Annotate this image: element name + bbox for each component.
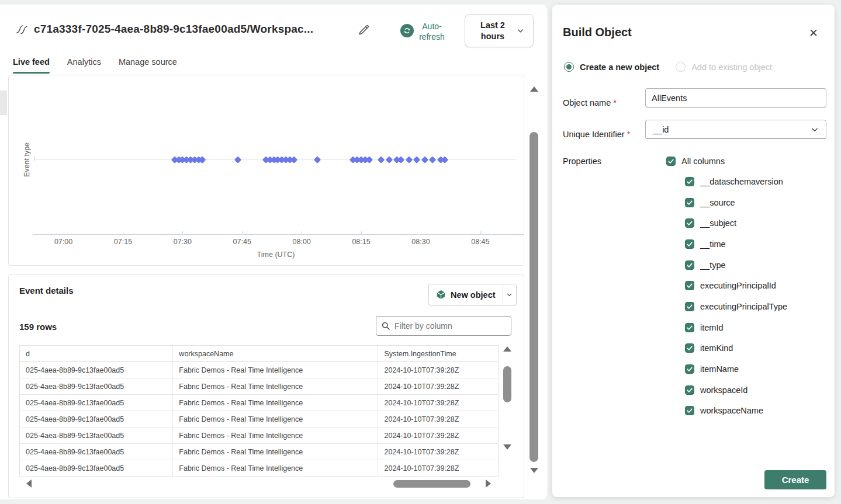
checkbox-checked-icon[interactable] xyxy=(685,281,694,290)
panel-title: Build Object xyxy=(563,26,632,39)
auto-refresh-toggle[interactable] xyxy=(400,24,414,37)
column-header[interactable]: System.IngestionTime xyxy=(378,346,498,362)
checkbox-checked-icon[interactable] xyxy=(685,385,694,395)
event-point[interactable] xyxy=(386,156,393,163)
tab-manage-source[interactable]: Manage source xyxy=(119,57,177,74)
refresh-icon xyxy=(403,26,411,35)
property-checkbox-row[interactable]: __subject xyxy=(685,213,787,234)
page-scroll-down-arrow[interactable] xyxy=(530,468,538,473)
table-cell: 025-4aea-8b89-9c13fae00ad5 xyxy=(20,362,173,378)
axis-tick xyxy=(242,231,243,234)
property-label: __time xyxy=(700,239,726,249)
event-point[interactable] xyxy=(397,156,404,163)
new-object-button[interactable]: New object xyxy=(429,284,503,305)
page-scrollbar-thumb[interactable] xyxy=(529,132,538,462)
property-checkbox-row[interactable]: executingPrincipalId xyxy=(685,275,787,296)
event-point[interactable] xyxy=(413,156,420,163)
property-list: __dataschemaversion__source__subject__ti… xyxy=(685,171,787,421)
column-header[interactable]: workspaceName xyxy=(173,346,378,362)
table-row[interactable]: 025-4aea-8b89-9c13fae00ad5Fabric Demos -… xyxy=(20,460,498,477)
event-point[interactable] xyxy=(378,156,385,163)
checkbox-checked-icon[interactable] xyxy=(666,157,676,166)
filter-input[interactable] xyxy=(394,321,506,331)
checkbox-checked-icon[interactable] xyxy=(685,260,694,270)
new-object-split-button[interactable]: New object xyxy=(428,284,517,305)
table-row[interactable]: 025-4aea-8b89-9c13fae00ad5Fabric Demos -… xyxy=(20,427,498,444)
new-object-menu-button[interactable] xyxy=(503,284,516,305)
eventstream-icon xyxy=(15,22,29,36)
table-row[interactable]: 025-4aea-8b89-9c13fae00ad5Fabric Demos -… xyxy=(20,362,498,378)
collapsed-pane-handle[interactable] xyxy=(0,91,7,115)
checkbox-checked-icon[interactable] xyxy=(685,323,694,332)
y-axis-label: Event type xyxy=(23,124,32,194)
page-scroll-up-arrow[interactable] xyxy=(530,86,538,92)
checkbox-checked-icon[interactable] xyxy=(685,198,694,207)
table-cell: 2024-10-10T07:39:28Z xyxy=(378,427,498,443)
checkbox-checked-icon[interactable] xyxy=(685,177,694,186)
table-cell: 025-4aea-8b89-9c13fae00ad5 xyxy=(20,378,173,394)
event-point[interactable] xyxy=(429,156,436,163)
time-range-dropdown[interactable]: Last 2 hours xyxy=(465,14,534,47)
radio-create-new-selected[interactable] xyxy=(564,62,574,72)
event-point[interactable] xyxy=(314,156,321,163)
unique-identifier-dropdown[interactable]: __id xyxy=(645,120,826,139)
axis-tick-label: 08:30 xyxy=(411,238,430,246)
tab-analytics[interactable]: Analytics xyxy=(67,57,101,74)
radio-add-existing-disabled[interactable] xyxy=(676,62,686,72)
property-checkbox-row[interactable]: __time xyxy=(685,234,787,255)
property-checkbox-row[interactable]: __type xyxy=(685,255,787,276)
table-cell: 2024-10-10T07:39:28Z xyxy=(378,411,498,427)
table-row[interactable]: 025-4aea-8b89-9c13fae00ad5Fabric Demos -… xyxy=(20,444,498,460)
column-header[interactable]: d xyxy=(20,346,173,362)
event-point[interactable] xyxy=(366,156,373,163)
checkbox-checked-icon[interactable] xyxy=(685,406,694,415)
radio-create-new-label[interactable]: Create a new object xyxy=(580,62,659,72)
checkbox-checked-icon[interactable] xyxy=(685,218,694,228)
table-cell: Fabric Demos - Real Time Intelligence xyxy=(173,362,378,378)
property-checkbox-row[interactable]: __source xyxy=(685,192,787,213)
chart-plot xyxy=(36,154,516,165)
property-checkbox-row[interactable]: __dataschemaversion xyxy=(685,171,787,192)
tab-live-feed[interactable]: Live feed xyxy=(13,57,50,74)
checkbox-checked-icon[interactable] xyxy=(685,302,694,311)
table-row[interactable]: 025-4aea-8b89-9c13fae00ad5Fabric Demos -… xyxy=(20,395,498,411)
table-scroll-down-arrow[interactable] xyxy=(503,444,511,450)
table-scroll-up-arrow[interactable] xyxy=(503,346,511,352)
event-point[interactable] xyxy=(234,156,241,163)
filter-search-box[interactable] xyxy=(376,316,511,336)
property-checkbox-row[interactable]: workspaceName xyxy=(685,401,787,422)
axis-tick-label: 08:15 xyxy=(352,238,370,246)
event-point[interactable] xyxy=(441,156,448,163)
event-table: d workspaceName System.IngestionTime 025… xyxy=(19,345,499,477)
table-row[interactable]: 025-4aea-8b89-9c13fae00ad5Fabric Demos -… xyxy=(20,411,498,427)
event-point[interactable] xyxy=(406,156,413,163)
object-name-input[interactable] xyxy=(645,88,826,107)
table-cell: 025-4aea-8b89-9c13fae00ad5 xyxy=(20,427,173,443)
axis-tick-label: 08:00 xyxy=(293,238,311,246)
property-checkbox-row[interactable]: itemId xyxy=(685,317,787,338)
build-object-panel: Build Object ✕ Create a new object Add t… xyxy=(552,5,835,497)
auto-refresh-label: Auto-refresh xyxy=(413,21,451,42)
property-checkbox-row[interactable]: executingPrincipalType xyxy=(685,296,787,317)
checkbox-checked-icon[interactable] xyxy=(685,364,694,374)
table-vertical-scrollbar-thumb[interactable] xyxy=(503,366,511,402)
x-axis-line xyxy=(33,234,524,235)
pencil-icon xyxy=(358,23,371,36)
required-asterisk: * xyxy=(613,98,617,107)
table-row[interactable]: 025-4aea-8b89-9c13fae00ad5Fabric Demos -… xyxy=(20,378,498,395)
edit-title-button[interactable] xyxy=(357,23,372,38)
create-button[interactable]: Create xyxy=(764,470,826,489)
close-icon[interactable]: ✕ xyxy=(806,26,821,41)
table-scroll-left-arrow[interactable] xyxy=(26,479,32,488)
table-horizontal-scrollbar-thumb[interactable] xyxy=(393,480,470,488)
table-body: 025-4aea-8b89-9c13fae00ad5Fabric Demos -… xyxy=(20,362,498,477)
event-point[interactable] xyxy=(421,156,428,163)
property-checkbox-row[interactable]: workspaceId xyxy=(685,380,787,401)
property-label: executingPrincipalType xyxy=(700,302,787,311)
property-checkbox-row[interactable]: itemName xyxy=(685,359,787,380)
checkbox-checked-icon[interactable] xyxy=(685,343,694,353)
checkbox-checked-icon[interactable] xyxy=(685,239,694,249)
all-columns-checkbox-row[interactable]: All columns xyxy=(666,157,725,166)
table-scroll-right-arrow[interactable] xyxy=(486,479,491,488)
property-checkbox-row[interactable]: itemKind xyxy=(685,338,787,359)
